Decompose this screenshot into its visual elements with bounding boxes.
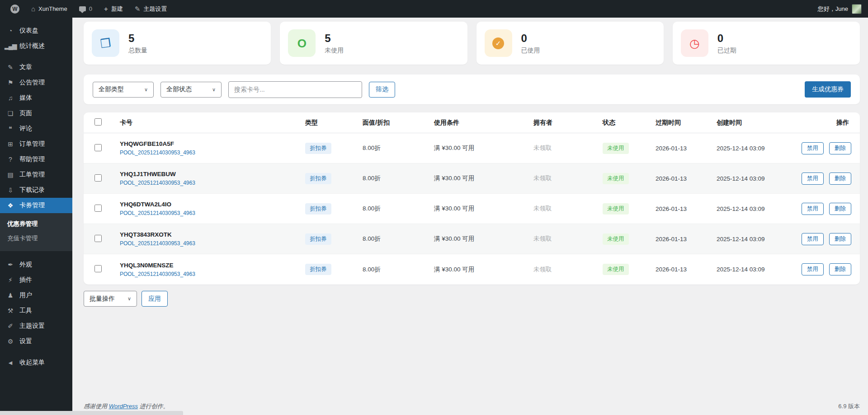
sidebar-item-tools[interactable]: ⚒ 工具 bbox=[0, 303, 72, 318]
filter-button[interactable]: 筛选 bbox=[369, 82, 395, 98]
sidebar-item-users[interactable]: ♟ 用户 bbox=[0, 288, 72, 303]
row-checkbox[interactable] bbox=[94, 144, 102, 151]
wordpress-link[interactable]: WordPress bbox=[109, 403, 138, 410]
disable-button[interactable]: 禁用 bbox=[802, 263, 824, 275]
col-header-actions: 操作 bbox=[798, 119, 849, 127]
created-date: 2025-12-14 03:09 bbox=[717, 236, 798, 242]
type-filter-select[interactable]: 全部类型 ∨ bbox=[93, 82, 154, 98]
sidebar-item-plugins[interactable]: ⚡ 插件 bbox=[0, 272, 72, 288]
table-row: YHQ1J1THWEBUW POOL_20251214030953_4963 折… bbox=[84, 163, 860, 194]
bulk-action-select[interactable]: 批量操作 ∨ bbox=[84, 291, 137, 307]
sidebar-item-appearance[interactable]: ✒ 外观 bbox=[0, 257, 72, 272]
submenu-item-recharge-cards[interactable]: 充值卡管理 bbox=[0, 231, 72, 246]
pool-link[interactable]: POOL_20251214030953_4963 bbox=[120, 149, 195, 156]
posts-pin-icon: ✎ bbox=[5, 64, 15, 71]
sidebar-item-coupon-management[interactable]: ❖ 卡券管理 bbox=[0, 198, 72, 213]
status-filter-select[interactable]: 全部状态 ∨ bbox=[160, 82, 222, 98]
stats-icon: ▂▄▆ bbox=[5, 42, 15, 50]
sidebar-item-help[interactable]: ? 帮助管理 bbox=[0, 152, 72, 167]
stats-row: ❒ 5 总数量 O 5 未使用 ✓ 0 已使用 bbox=[84, 22, 860, 65]
stat-unused-value: 5 bbox=[325, 32, 344, 45]
apply-button[interactable]: 应用 bbox=[142, 291, 168, 307]
sidebar-item-collapse-menu[interactable]: ◀ 收起菜单 bbox=[0, 355, 72, 370]
disable-button[interactable]: 禁用 bbox=[802, 233, 824, 245]
row-checkbox[interactable] bbox=[94, 265, 102, 272]
bulk-actions-row: 批量操作 ∨ 应用 bbox=[84, 291, 860, 307]
sidebar-item-announcements[interactable]: ⚑ 公告管理 bbox=[0, 75, 72, 90]
browser-status-strip bbox=[0, 411, 183, 415]
coupon-code: YHQ6DTWA2L4IO bbox=[120, 201, 305, 208]
brush-icon: ✎ bbox=[135, 5, 141, 12]
sidebar-item-pages[interactable]: ❏ 页面 bbox=[0, 106, 72, 121]
expired-clock-icon: ◷ bbox=[681, 29, 708, 57]
delete-button[interactable]: 删除 bbox=[829, 203, 851, 215]
col-header-code: 卡号 bbox=[120, 119, 305, 127]
table-row: YHQT3843RXOTK POOL_20251214030953_4963 折… bbox=[84, 224, 860, 254]
comments-admin-link[interactable]: 0 bbox=[73, 0, 98, 18]
new-content-menu[interactable]: + 新建 bbox=[98, 0, 129, 18]
sidebar-item-settings[interactable]: ⚙ 设置 bbox=[0, 334, 72, 349]
stat-card-unused: O 5 未使用 bbox=[280, 22, 467, 65]
theme-settings-shortcut-label: 主题设置 bbox=[143, 5, 167, 13]
row-checkbox[interactable] bbox=[94, 235, 102, 242]
pool-link[interactable]: POOL_20251214030953_4963 bbox=[120, 271, 195, 277]
site-name-link[interactable]: ⌂ XunTheme bbox=[25, 0, 73, 18]
theme-settings-shortcut[interactable]: ✎ 主题设置 bbox=[129, 0, 173, 18]
pool-link[interactable]: POOL_20251214030953_4963 bbox=[120, 240, 195, 247]
theme-settings-icon: ✐ bbox=[5, 322, 15, 330]
sidebar-item-media[interactable]: ♫ 媒体 bbox=[0, 90, 72, 106]
download-icon: ⇩ bbox=[5, 187, 15, 194]
stat-used-label: 已使用 bbox=[521, 47, 540, 55]
expire-date: 2026-01-13 bbox=[656, 236, 717, 242]
discount-value: 8.00折 bbox=[363, 144, 434, 152]
pool-link[interactable]: POOL_20251214030953_4963 bbox=[120, 210, 195, 216]
search-card-input[interactable] bbox=[228, 81, 362, 98]
sidebar-item-dashboard[interactable]: ◔ 仪表盘 bbox=[0, 23, 72, 38]
generate-coupon-button[interactable]: 生成优惠券 bbox=[805, 81, 851, 98]
coupon-stack-icon: ❒ bbox=[92, 29, 119, 57]
admin-bar-account[interactable]: 您好，June bbox=[818, 0, 868, 18]
col-header-type: 类型 bbox=[305, 119, 363, 127]
col-header-condition: 使用条件 bbox=[434, 119, 533, 127]
pool-link[interactable]: POOL_20251214030953_4963 bbox=[120, 180, 195, 186]
megaphone-icon: ⚑ bbox=[5, 79, 15, 86]
status-badge: 未使用 bbox=[603, 233, 629, 245]
sidebar-item-work-orders[interactable]: ▤ 工单管理 bbox=[0, 167, 72, 182]
row-checkbox[interactable] bbox=[94, 205, 102, 212]
delete-button[interactable]: 删除 bbox=[829, 263, 851, 275]
col-header-status: 状态 bbox=[603, 119, 656, 127]
sidebar-item-stats-overview[interactable]: ▂▄▆ 统计概述 bbox=[0, 38, 72, 54]
submenu-item-coupons[interactable]: 优惠券管理 bbox=[0, 217, 72, 231]
home-icon: ⌂ bbox=[31, 5, 35, 12]
wordpress-logo-menu[interactable]: W bbox=[5, 0, 25, 18]
created-date: 2025-12-14 03:09 bbox=[717, 175, 798, 182]
status-badge: 未使用 bbox=[603, 173, 629, 184]
stat-unused-label: 未使用 bbox=[325, 47, 344, 55]
users-icon: ♟ bbox=[5, 292, 15, 299]
delete-button[interactable]: 删除 bbox=[829, 173, 851, 185]
disable-button[interactable]: 禁用 bbox=[802, 173, 824, 185]
col-header-owner: 拥有者 bbox=[533, 119, 603, 127]
disable-button[interactable]: 禁用 bbox=[802, 142, 824, 154]
coupon-code: YHQ1J1THWEBUW bbox=[120, 171, 305, 177]
disable-button[interactable]: 禁用 bbox=[802, 203, 824, 215]
sidebar-item-theme-settings[interactable]: ✐ 主题设置 bbox=[0, 318, 72, 334]
sidebar-item-orders[interactable]: ⊞ 订单管理 bbox=[0, 136, 72, 152]
delete-button[interactable]: 删除 bbox=[829, 233, 851, 245]
plugin-icon: ⚡ bbox=[5, 276, 15, 284]
coupon-submenu: 优惠券管理 充值卡管理 bbox=[0, 213, 72, 251]
select-all-checkbox[interactable] bbox=[94, 118, 102, 126]
collapse-icon: ◀ bbox=[5, 360, 15, 366]
status-badge: 未使用 bbox=[603, 264, 629, 275]
sidebar-item-download-records[interactable]: ⇩ 下载记录 bbox=[0, 182, 72, 198]
discount-value: 8.00折 bbox=[363, 266, 434, 274]
sidebar-item-posts[interactable]: ✎ 文章 bbox=[0, 60, 72, 75]
row-checkbox[interactable] bbox=[94, 174, 102, 182]
stat-expired-label: 已过期 bbox=[717, 47, 736, 55]
sidebar-item-comments[interactable]: ❝ 评论 bbox=[0, 121, 72, 136]
type-badge: 折扣券 bbox=[305, 203, 331, 214]
coupon-code: YHQWGFBE10A5F bbox=[120, 140, 305, 147]
owner: 未领取 bbox=[533, 235, 603, 243]
delete-button[interactable]: 删除 bbox=[829, 142, 851, 154]
stat-card-total: ❒ 5 总数量 bbox=[84, 22, 271, 65]
